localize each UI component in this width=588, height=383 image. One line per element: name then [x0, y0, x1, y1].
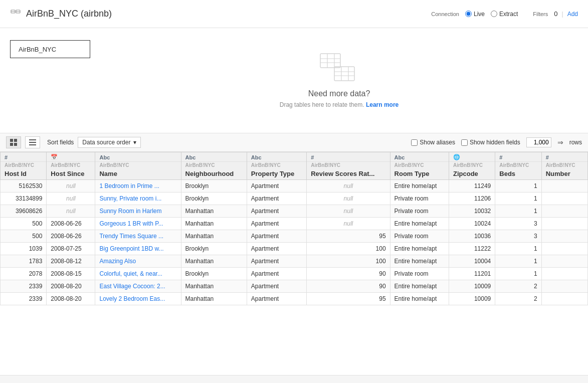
- table-cell: 500: [1, 218, 47, 230]
- svg-rect-17: [14, 143, 17, 146]
- table-cell: Manhattan: [181, 280, 247, 293]
- table-cell: Colorful, quiet, & near...: [95, 268, 181, 280]
- drag-title: Need more data?: [308, 89, 370, 98]
- table-row[interactable]: 5002008-06-26Trendy Times Square ...Manh…: [1, 230, 588, 243]
- table-cell: Manhattan: [181, 255, 247, 268]
- col-type-row: Abc: [95, 153, 180, 162]
- top-bar: AirBnB_NYC (airbnb) Connection Live Extr…: [0, 0, 588, 28]
- table-row[interactable]: 33134899nullSunny, Private room i...Broo…: [1, 193, 588, 205]
- live-option[interactable]: Live: [465, 11, 485, 18]
- filters-separator: |: [562, 11, 563, 18]
- col-source: AirBnB!NYC: [47, 162, 95, 169]
- datasource-box[interactable]: AirBnB_NYC: [10, 40, 90, 58]
- table-cell: Private room: [390, 230, 449, 243]
- table-row[interactable]: 23392008-08-20East Village Cocoon: 2...M…: [1, 280, 588, 293]
- table-cell: 10032: [449, 205, 495, 218]
- sort-dropdown[interactable]: Data source order ▾: [78, 137, 141, 148]
- table-row[interactable]: 20782008-08-15Colorful, quiet, & near...…: [1, 268, 588, 280]
- add-filter-link[interactable]: Add: [567, 11, 578, 18]
- table-cell: Brooklyn: [181, 180, 247, 193]
- bottom-scrollbar[interactable]: [0, 375, 588, 383]
- show-hidden-option[interactable]: Show hidden fields: [461, 139, 520, 146]
- svg-rect-19: [29, 142, 36, 143]
- table-cell: Brooklyn: [181, 268, 247, 280]
- svg-rect-16: [10, 143, 13, 146]
- table-cell: null: [47, 205, 95, 218]
- learn-more-link[interactable]: Learn more: [366, 101, 399, 108]
- extract-radio[interactable]: [491, 11, 497, 17]
- table-cell: Lovely 2 Bedroom Eas...: [95, 293, 181, 305]
- show-hidden-label: Show hidden fields: [470, 139, 520, 146]
- main-content: AirBnB_NYC Need more data?: [0, 28, 588, 383]
- table-cell: 10024: [449, 218, 495, 230]
- col-source: AirBnB!NYC: [495, 162, 541, 169]
- live-radio[interactable]: [465, 11, 472, 17]
- table-cell: [541, 218, 587, 230]
- table-cell: 39608626: [1, 205, 47, 218]
- table-cell: Apartment: [247, 230, 306, 243]
- col-name: Host Since: [47, 169, 95, 179]
- column-header: 📅 AirBnB!NYC Host Since: [47, 152, 95, 180]
- table-cell: Manhattan: [181, 218, 247, 230]
- table-cell: 33134899: [1, 193, 47, 205]
- table-row[interactable]: 17832008-08-12Amazing AlsoManhattanApart…: [1, 255, 588, 268]
- col-name: Number: [542, 169, 587, 179]
- sort-fields-label: Sort fields: [47, 139, 74, 146]
- col-name: Property Type: [247, 169, 306, 179]
- grid-icon: [10, 138, 18, 146]
- table-cell: 90: [307, 280, 390, 293]
- table-cell: 2008-08-20: [47, 293, 95, 305]
- table-cell: Apartment: [247, 218, 306, 230]
- column-header: # AirBnB!NYC Beds: [495, 152, 541, 180]
- table-cell: 500: [1, 230, 47, 243]
- col-source: AirBnB!NYC: [390, 162, 449, 169]
- column-header: 🌐 AirBnB!NYC Zipcode: [449, 152, 495, 180]
- table-cell: 1: [495, 268, 541, 280]
- show-aliases-option[interactable]: Show aliases: [411, 139, 455, 146]
- table-row[interactable]: 5162530null1 Bedroom in Prime ...Brookly…: [1, 180, 588, 193]
- table-cell: Apartment: [247, 193, 306, 205]
- column-header: Abc AirBnB!NYC Name: [95, 152, 181, 180]
- svg-rect-9: [334, 67, 354, 81]
- table-cell: 3: [495, 230, 541, 243]
- col-type-row: Abc: [181, 153, 247, 162]
- data-table: # AirBnB!NYC Host Id 📅 AirBnB!NYC Host S…: [0, 152, 588, 305]
- table-cell: Private room: [390, 205, 449, 218]
- table-cell: 1: [495, 193, 541, 205]
- show-aliases-label: Show aliases: [420, 139, 455, 146]
- table-cell: 2339: [1, 293, 47, 305]
- table-row[interactable]: 10392008-07-25Big Greenpoint 1BD w...Bro…: [1, 243, 588, 255]
- table-cell: 3: [495, 218, 541, 230]
- table-cell: Trendy Times Square ...: [95, 230, 181, 243]
- table-cell: null: [307, 205, 390, 218]
- table-cell: 2008-07-25: [47, 243, 95, 255]
- table-cell: null: [307, 180, 390, 193]
- table-cell: Entire home/apt: [390, 243, 449, 255]
- table-row[interactable]: 23392008-08-20Lovely 2 Bedroom Eas...Man…: [1, 293, 588, 305]
- extract-option[interactable]: Extract: [491, 11, 518, 18]
- list-view-button[interactable]: [25, 136, 40, 148]
- col-name: Name: [95, 169, 180, 179]
- col-source: AirBnB!NYC: [1, 162, 46, 169]
- show-aliases-checkbox[interactable]: [411, 139, 418, 146]
- table-cell: 11201: [449, 268, 495, 280]
- table-row[interactable]: 39608626nullSunny Room in HarlemManhatta…: [1, 205, 588, 218]
- show-hidden-checkbox[interactable]: [461, 139, 468, 146]
- col-source: AirBnB!NYC: [181, 162, 247, 169]
- middle-area: AirBnB_NYC Need more data?: [0, 28, 588, 133]
- grid-view-button[interactable]: [6, 136, 21, 148]
- table-cell: 2: [495, 293, 541, 305]
- col-name: Review Scores Rat...: [307, 169, 389, 179]
- filters-count: 0: [554, 10, 557, 18]
- table-cell: Brooklyn: [181, 193, 247, 205]
- table-cell: 1783: [1, 255, 47, 268]
- col-type-row: 🌐: [449, 152, 495, 162]
- filters-section: Filters 0 | Add: [533, 10, 578, 18]
- col-type-row: #: [542, 153, 587, 162]
- table-cell: 11222: [449, 243, 495, 255]
- rows-input[interactable]: [526, 137, 551, 147]
- table-cell: 1: [495, 180, 541, 193]
- table-cell: Gorgeous 1 BR with P...: [95, 218, 181, 230]
- data-table-wrapper[interactable]: # AirBnB!NYC Host Id 📅 AirBnB!NYC Host S…: [0, 152, 588, 375]
- table-row[interactable]: 5002008-06-26Gorgeous 1 BR with P...Manh…: [1, 218, 588, 230]
